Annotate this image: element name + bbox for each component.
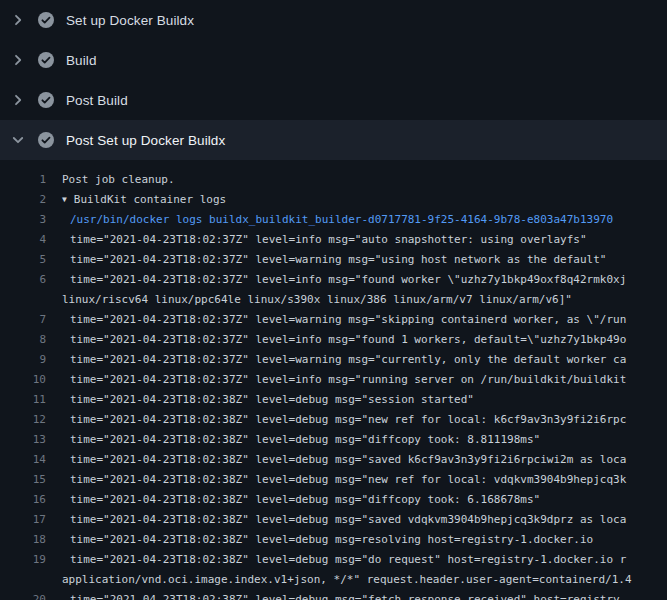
line-number bbox=[0, 570, 46, 590]
log-text: time="2021-04-23T18:02:38Z" level=debug … bbox=[46, 450, 626, 470]
line-number bbox=[0, 290, 46, 310]
step-row[interactable]: Build bbox=[0, 40, 667, 80]
log-line: 5 time="2021-04-23T18:02:37Z" level=warn… bbox=[0, 250, 667, 270]
log-line: 19 time="2021-04-23T18:02:38Z" level=deb… bbox=[0, 550, 667, 570]
log-text: time="2021-04-23T18:02:38Z" level=debug … bbox=[46, 490, 540, 510]
check-circle-icon bbox=[38, 12, 54, 28]
line-number[interactable]: 8 bbox=[0, 330, 46, 350]
log-line: linux/riscv64 linux/ppc64le linux/s390x … bbox=[0, 290, 667, 310]
log-line: 8 time="2021-04-23T18:02:37Z" level=info… bbox=[0, 330, 667, 350]
log-text: time="2021-04-23T18:02:37Z" level=warnin… bbox=[46, 250, 606, 270]
log-text: ▼BuildKit container logs bbox=[46, 190, 226, 210]
step-label: Build bbox=[66, 53, 97, 68]
step-row[interactable]: Post Set up Docker Buildx bbox=[0, 120, 667, 160]
group-collapse-icon[interactable]: ▼ bbox=[62, 190, 67, 210]
line-number[interactable]: 2 bbox=[0, 190, 46, 210]
log-text: time="2021-04-23T18:02:38Z" level=debug … bbox=[46, 410, 626, 430]
log-line: 2 ▼BuildKit container logs bbox=[0, 190, 667, 210]
log-text: time="2021-04-23T18:02:38Z" level=debug … bbox=[46, 590, 620, 600]
line-number[interactable]: 14 bbox=[0, 450, 46, 470]
log-text: time="2021-04-23T18:02:37Z" level=warnin… bbox=[46, 350, 626, 370]
log-area: 1 Post job cleanup. 2 ▼BuildKit containe… bbox=[0, 160, 667, 600]
line-number[interactable]: 9 bbox=[0, 350, 46, 370]
line-number[interactable]: 13 bbox=[0, 430, 46, 450]
log-line: 17 time="2021-04-23T18:02:38Z" level=deb… bbox=[0, 510, 667, 530]
log-text: time="2021-04-23T18:02:38Z" level=debug … bbox=[46, 390, 474, 410]
line-number[interactable]: 4 bbox=[0, 230, 46, 250]
step-label: Set up Docker Buildx bbox=[66, 13, 194, 28]
line-number[interactable]: 3 bbox=[0, 210, 46, 230]
line-number[interactable]: 19 bbox=[0, 550, 46, 570]
log-line: 3 /usr/bin/docker logs buildx_buildkit_b… bbox=[0, 210, 667, 230]
line-number[interactable]: 6 bbox=[0, 270, 46, 290]
log-text: application/vnd.oci.image.index.v1+json,… bbox=[46, 570, 632, 590]
line-number[interactable]: 16 bbox=[0, 490, 46, 510]
step-label: Post Set up Docker Buildx bbox=[66, 133, 225, 148]
line-number[interactable]: 10 bbox=[0, 370, 46, 390]
log-line: 4 time="2021-04-23T18:02:37Z" level=info… bbox=[0, 230, 667, 250]
log-text: time="2021-04-23T18:02:37Z" level=warnin… bbox=[46, 310, 626, 330]
log-text: time="2021-04-23T18:02:38Z" level=debug … bbox=[46, 550, 626, 570]
chevron-right-icon bbox=[10, 52, 26, 68]
chevron-right-icon bbox=[10, 92, 26, 108]
line-number[interactable]: 17 bbox=[0, 510, 46, 530]
log-line: 1 Post job cleanup. bbox=[0, 170, 667, 190]
log-text: time="2021-04-23T18:02:38Z" level=debug … bbox=[46, 530, 593, 550]
log-text: Post job cleanup. bbox=[46, 170, 175, 190]
log-line: 16 time="2021-04-23T18:02:38Z" level=deb… bbox=[0, 490, 667, 510]
log-line: 7 time="2021-04-23T18:02:37Z" level=warn… bbox=[0, 310, 667, 330]
log-line: 18 time="2021-04-23T18:02:38Z" level=deb… bbox=[0, 530, 667, 550]
log-text: time="2021-04-23T18:02:38Z" level=debug … bbox=[46, 430, 540, 450]
line-number[interactable]: 5 bbox=[0, 250, 46, 270]
log-text: linux/riscv64 linux/ppc64le linux/s390x … bbox=[46, 290, 572, 310]
check-circle-icon bbox=[38, 52, 54, 68]
check-circle-icon bbox=[38, 132, 54, 148]
chevron-right-icon bbox=[10, 12, 26, 28]
log-line: 14 time="2021-04-23T18:02:38Z" level=deb… bbox=[0, 450, 667, 470]
check-circle-icon bbox=[38, 92, 54, 108]
log-text: time="2021-04-23T18:02:38Z" level=debug … bbox=[46, 510, 626, 530]
log-line: 6 time="2021-04-23T18:02:37Z" level=info… bbox=[0, 270, 667, 290]
line-number[interactable]: 20 bbox=[0, 590, 46, 600]
log-text: time="2021-04-23T18:02:37Z" level=info m… bbox=[46, 370, 626, 390]
line-number[interactable]: 12 bbox=[0, 410, 46, 430]
log-line: 10 time="2021-04-23T18:02:37Z" level=inf… bbox=[0, 370, 667, 390]
log-line: application/vnd.oci.image.index.v1+json,… bbox=[0, 570, 667, 590]
log-line: 12 time="2021-04-23T18:02:38Z" level=deb… bbox=[0, 410, 667, 430]
log-line: 11 time="2021-04-23T18:02:38Z" level=deb… bbox=[0, 390, 667, 410]
log-text: time="2021-04-23T18:02:37Z" level=info m… bbox=[46, 330, 626, 350]
group-label: BuildKit container logs bbox=[74, 193, 226, 206]
line-number[interactable]: 7 bbox=[0, 310, 46, 330]
line-number[interactable]: 11 bbox=[0, 390, 46, 410]
line-number[interactable]: 18 bbox=[0, 530, 46, 550]
step-row[interactable]: Set up Docker Buildx bbox=[0, 0, 667, 40]
line-number[interactable]: 15 bbox=[0, 470, 46, 490]
log-text: time="2021-04-23T18:02:37Z" level=info m… bbox=[46, 270, 626, 290]
chevron-down-icon bbox=[10, 132, 26, 148]
log-text: time="2021-04-23T18:02:37Z" level=info m… bbox=[46, 230, 587, 250]
step-row[interactable]: Post Build bbox=[0, 80, 667, 120]
actions-log-viewer: Set up Docker Buildx Build Post Build bbox=[0, 0, 667, 600]
log-line: 13 time="2021-04-23T18:02:38Z" level=deb… bbox=[0, 430, 667, 450]
log-line: 15 time="2021-04-23T18:02:38Z" level=deb… bbox=[0, 470, 667, 490]
step-list: Set up Docker Buildx Build Post Build bbox=[0, 0, 667, 160]
log-line: 20 time="2021-04-23T18:02:38Z" level=deb… bbox=[0, 590, 667, 600]
line-number[interactable]: 1 bbox=[0, 170, 46, 190]
command-text: /usr/bin/docker logs buildx_buildkit_bui… bbox=[46, 210, 613, 230]
log-text: time="2021-04-23T18:02:38Z" level=debug … bbox=[46, 470, 626, 490]
step-label: Post Build bbox=[66, 93, 128, 108]
log-line: 9 time="2021-04-23T18:02:37Z" level=warn… bbox=[0, 350, 667, 370]
